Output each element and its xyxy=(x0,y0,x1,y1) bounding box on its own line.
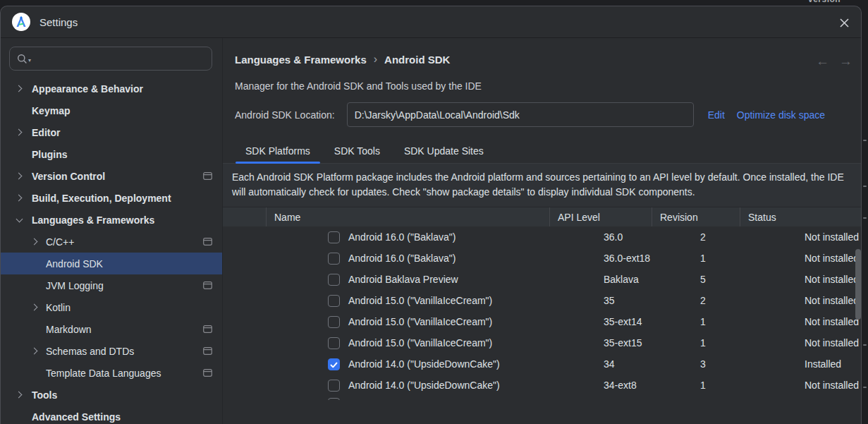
sidebar-item-advanced-settings[interactable]: Advanced Settings xyxy=(1,406,222,424)
tab-sdk-update-sites[interactable]: SDK Update Sites xyxy=(393,138,495,163)
row-revision: 1 xyxy=(695,337,783,349)
row-api-level: 34 xyxy=(592,358,695,370)
sidebar-item-languages-frameworks[interactable]: Languages & Frameworks xyxy=(1,209,222,231)
chevron-icon[interactable] xyxy=(30,238,39,246)
breadcrumb: Languages & Frameworks › Android SDK xyxy=(223,47,861,72)
row-api-level: Baklava xyxy=(592,274,695,285)
search-icon xyxy=(17,54,27,64)
row-name: Android 14.0 ("UpsideDownCake") xyxy=(348,380,500,391)
forward-icon[interactable]: → xyxy=(839,54,852,69)
chevron-icon[interactable] xyxy=(15,172,23,181)
sdk-platforms-table: Name API Level Revision Status Android 1… xyxy=(223,207,861,400)
row-checkbox[interactable] xyxy=(328,380,340,392)
table-row[interactable]: Android 16.0 ("Baklava") 36.0-ext18 1 No… xyxy=(223,248,861,269)
sdk-platforms-description: Each Android SDK Platform package includ… xyxy=(223,164,861,207)
row-revision: 1 xyxy=(695,380,783,391)
optimize-disk-space-link[interactable]: Optimize disk space xyxy=(737,109,825,121)
modified-settings-icon xyxy=(203,281,212,289)
row-api-level: 35-ext14 xyxy=(592,316,695,327)
background-window-fragment: version xyxy=(808,0,862,5)
table-scrollbar-thumb[interactable] xyxy=(855,249,861,320)
settings-search-input[interactable] xyxy=(31,53,212,64)
settings-search-box[interactable]: ▾ xyxy=(9,47,212,71)
sidebar-item-tools[interactable]: Tools xyxy=(1,384,222,406)
edit-link[interactable]: Edit xyxy=(708,109,725,121)
sidebar-item-version-control[interactable]: Version Control xyxy=(1,165,222,187)
table-header-name[interactable]: Name xyxy=(266,207,549,226)
row-name: Android 14.0 ("UpsideDownCake") xyxy=(348,358,500,370)
sidebar-item-template-data-languages[interactable]: Template Data Languages xyxy=(1,362,222,384)
chevron-icon[interactable] xyxy=(30,347,39,356)
row-checkbox[interactable] xyxy=(328,253,340,265)
sidebar-item-c-c-[interactable]: C/C++ xyxy=(1,231,222,253)
sidebar-item-plugins[interactable]: Plugins xyxy=(1,143,222,165)
settings-dialog: Settings ▾ Appearance & Behavior xyxy=(0,6,862,424)
chevron-icon[interactable] xyxy=(15,128,23,137)
table-row[interactable]: Android 15.0 ("VanillaIceCream") 35 2 No… xyxy=(223,290,861,311)
row-revision: 1 xyxy=(695,316,783,327)
modified-settings-icon xyxy=(203,325,212,333)
table-header-api-level[interactable]: API Level xyxy=(549,207,652,226)
modified-settings-icon xyxy=(203,347,212,355)
row-checkbox[interactable] xyxy=(328,398,340,400)
sidebar-item-keymap[interactable]: Keymap xyxy=(1,99,222,121)
table-row[interactable]: Android Baklava Preview Baklava 5 Not in… xyxy=(223,269,861,290)
sidebar-item-editor[interactable]: Editor xyxy=(1,121,222,143)
row-name: Android 15.0 ("VanillaIceCream") xyxy=(348,337,492,349)
sdk-tabs: SDK PlatformsSDK ToolsSDK Update Sites xyxy=(223,138,861,164)
tab-sdk-tools[interactable]: SDK Tools xyxy=(323,138,391,163)
row-status: Not installed xyxy=(783,337,861,349)
sidebar-item-appearance-behavior[interactable]: Appearance & Behavior xyxy=(1,78,222,99)
row-name: Android 15.0 ("VanillaIceCream") xyxy=(348,316,492,327)
breadcrumb-separator-icon: › xyxy=(374,53,377,66)
chevron-icon[interactable] xyxy=(15,216,23,224)
android-studio-icon xyxy=(12,13,30,31)
settings-sidebar: ▾ Appearance & Behavior Keymap Editor Pl… xyxy=(1,38,223,424)
row-api-level: 35-ext15 xyxy=(592,337,695,349)
table-body: Android 16.0 ("Baklava") 36.0 2 Not inst… xyxy=(223,226,861,400)
table-header-revision[interactable]: Revision xyxy=(652,207,740,226)
sidebar-item-android-sdk[interactable]: Android SDK xyxy=(1,253,222,274)
row-checkbox[interactable] xyxy=(328,337,340,349)
row-api-level: 36.0 xyxy=(592,231,695,243)
table-header-status[interactable]: Status xyxy=(740,207,861,226)
chevron-icon[interactable] xyxy=(15,391,23,399)
row-name: Android Baklava Preview xyxy=(348,274,458,285)
row-checkbox[interactable] xyxy=(328,295,340,307)
back-icon[interactable]: ← xyxy=(816,54,829,69)
modified-settings-icon xyxy=(203,369,212,377)
sdk-location-row: Android SDK Location: Edit Optimize disk… xyxy=(235,102,861,127)
sidebar-item-schemas-and-dtds[interactable]: Schemas and DTDs xyxy=(1,340,222,362)
chevron-icon[interactable] xyxy=(15,194,23,202)
table-row[interactable]: Android 15.0 ("VanillaIceCream") 35-ext1… xyxy=(223,311,861,332)
row-revision: 5 xyxy=(695,274,783,285)
modified-settings-icon xyxy=(203,172,212,180)
row-revision: 2 xyxy=(695,231,783,243)
sidebar-item-jvm-logging[interactable]: JVM Logging xyxy=(1,274,222,296)
chevron-icon[interactable] xyxy=(30,303,39,312)
row-checkbox[interactable] xyxy=(328,316,340,328)
table-row[interactable]: Android 15.0 ("VanillaIceCream") 35-ext1… xyxy=(223,332,861,353)
sdk-location-label: Android SDK Location: xyxy=(235,109,335,121)
sidebar-item-build-execution-deployment[interactable]: Build, Execution, Deployment xyxy=(1,187,222,209)
sdk-manager-subtitle: Manager for the Android SDK and Tools us… xyxy=(235,80,861,92)
chevron-icon[interactable] xyxy=(15,85,23,93)
row-checkbox[interactable] xyxy=(328,274,340,286)
table-row[interactable]: Android 16.0 ("Baklava") 36.0 2 Not inst… xyxy=(223,226,861,248)
row-checkbox[interactable] xyxy=(328,231,340,243)
close-icon[interactable] xyxy=(836,15,852,30)
row-name: Android 16.0 ("Baklava") xyxy=(348,231,456,243)
modified-settings-icon xyxy=(203,238,212,246)
sdk-location-input[interactable] xyxy=(347,102,694,127)
table-row-partial[interactable] xyxy=(223,396,861,400)
row-checkbox[interactable] xyxy=(328,358,340,370)
row-status: Not installed xyxy=(783,380,861,391)
sidebar-item-kotlin[interactable]: Kotlin xyxy=(1,296,222,318)
tab-sdk-platforms[interactable]: SDK Platforms xyxy=(234,138,322,163)
table-row[interactable]: Android 14.0 ("UpsideDownCake") 34 3 Ins… xyxy=(223,353,861,375)
dialog-titlebar: Settings xyxy=(1,6,861,38)
row-status: Not installed xyxy=(783,274,861,285)
table-row[interactable]: Android 14.0 ("UpsideDownCake") 34-ext8 … xyxy=(223,375,861,396)
breadcrumb-languages-frameworks[interactable]: Languages & Frameworks xyxy=(235,54,367,66)
sidebar-item-markdown[interactable]: Markdown xyxy=(1,318,222,340)
